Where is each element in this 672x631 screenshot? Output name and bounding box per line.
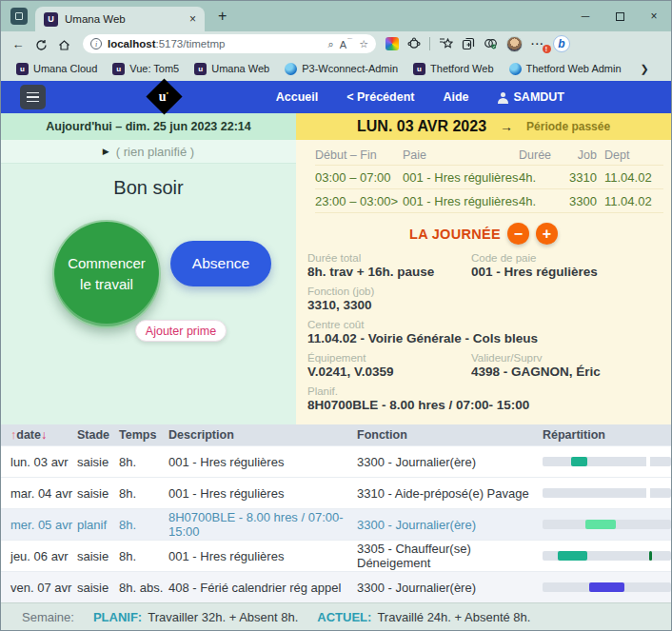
nav-link-aide[interactable]: Aide [443, 90, 468, 104]
browser-window: U Umana Web × + ─ × ← i localhost:5173/t… [0, 0, 672, 631]
minimize-button[interactable]: ─ [568, 1, 603, 31]
greeting-text: Bon soir [1, 177, 296, 199]
browser-tab[interactable]: U Umana Web × [35, 7, 205, 31]
shift-row[interactable]: 23:00 – 03:00> 001 - Hres régulières 4h.… [315, 189, 663, 213]
url-path: :5173/timetmp [155, 38, 225, 49]
week-summary-footer: Semaine: PLANIF: Travailler 32h. + Absen… [1, 602, 671, 630]
repartition-bar [543, 488, 671, 498]
new-tab-button[interactable]: + [214, 8, 230, 25]
column-header-temps: Temps [119, 428, 168, 442]
tab-title: Umana Web [65, 13, 187, 25]
globe-favicon-icon [285, 63, 297, 75]
day-section-title: LA JOURNÉE [409, 227, 501, 242]
settings-menu-icon[interactable]: ···! [531, 38, 544, 49]
umana-favicon-icon: u [194, 63, 207, 75]
start-work-button[interactable]: Commencerle travail [52, 220, 161, 328]
field-fonction: Fonction (job) 3310, 3300 [307, 286, 662, 312]
app-navbar: u Accueil < Précédent Aide SAMDUT [1, 81, 671, 113]
tab-favicon-icon: U [44, 12, 58, 27]
week-table: ↑date↓ Stade Temps Description Fonction … [1, 424, 671, 602]
today-date-strip: Aujourd'hui – dim. 25 jun 2023 22:14 [1, 113, 296, 140]
apps-grid-icon[interactable] [385, 37, 399, 50]
bookmark-item[interactable]: uUmana Cloud [10, 61, 103, 77]
favorites-icon[interactable] [439, 37, 453, 50]
plus-button[interactable]: + [536, 223, 558, 245]
copilot-bing-icon[interactable]: b [553, 35, 570, 52]
bookmarks-overflow-chevron-icon[interactable]: ❯ [635, 63, 655, 75]
bookmark-item[interactable]: uVue: Tom5 [107, 61, 185, 77]
field-planif: Planif. 8H0700BLE - 8.00 hres / 07:00- 1… [307, 385, 662, 412]
umana-logo: u [146, 78, 182, 114]
alert-badge: ! [543, 45, 551, 53]
day-header-strip: LUN. 03 AVR 2023 → Période passée [296, 113, 671, 140]
umana-favicon-icon: u [16, 63, 29, 75]
column-header-date[interactable]: ↑date↓ [10, 428, 77, 442]
menu-hamburger-icon[interactable] [20, 85, 46, 109]
field-duree-total: Durée total 8h. trav + 16h. pause [307, 252, 467, 279]
shift-row[interactable]: 03:00 – 07:00 001 - Hres régulières 4h. … [315, 166, 663, 189]
planif-value: Travailler 32h. + Absent 8h. [148, 610, 298, 624]
column-header-description: Description [168, 428, 357, 442]
nav-link-precedent[interactable]: < Précédent [346, 90, 414, 104]
field-code-paie: Code de paie 001 - Hres régulières [471, 252, 662, 279]
profile-avatar[interactable] [506, 36, 523, 52]
minus-button[interactable]: − [507, 223, 529, 245]
tab-close-icon[interactable]: × [187, 12, 199, 26]
column-header-fonction: Fonction [357, 428, 543, 442]
add-bonus-button[interactable]: Ajouter prime [135, 320, 227, 342]
table-row[interactable]: lun. 03 avr saisie 8h. 001 - Hres réguli… [1, 445, 671, 477]
planif-label: PLANIF: [93, 610, 142, 624]
collections-icon[interactable] [462, 37, 475, 50]
umana-favicon-icon: u [112, 63, 125, 75]
planned-expander[interactable]: ▶ ( rien planifié ) [1, 140, 296, 164]
expander-triangle-icon: ▶ [103, 147, 109, 156]
home-icon[interactable] [52, 36, 75, 50]
column-header-stade: Stade [77, 428, 119, 442]
maximize-button[interactable] [603, 1, 637, 31]
repartition-bar [543, 551, 671, 561]
favorite-star-icon[interactable]: ☆ [359, 38, 368, 50]
actuel-value: Travaillé 24h. + Absenté 8h. [377, 610, 530, 624]
back-icon[interactable]: ← [7, 37, 30, 51]
field-centre-cout: Centre coût 11.04.02 - Voirie Générale -… [307, 319, 662, 345]
field-equipement: Équipement V.0241, V.0359 [307, 352, 467, 379]
table-row[interactable]: mer. 05 avr planif 8h. 8H0700BLE - 8.00 … [1, 508, 671, 540]
umana-favicon-icon: u [413, 63, 425, 75]
globe-favicon-icon [509, 63, 522, 75]
field-valideur: Valideur/Suprv 4398 - GAGNON, Éric [471, 352, 662, 379]
tab-actions-icon[interactable] [10, 8, 28, 25]
nav-link-accueil[interactable]: Accueil [276, 90, 318, 104]
sort-down-icon: ↓ [41, 428, 47, 442]
browser-titlebar: U Umana Web × + ─ × [1, 1, 671, 31]
address-bar[interactable]: i localhost:5173/timetmp ⌕ A⌒ ☆ [83, 34, 376, 53]
url-text[interactable]: localhost:5173/timetmp [108, 38, 323, 49]
planned-text: ( rien planifié ) [116, 145, 194, 159]
column-header-repartition: Répartition [543, 428, 665, 442]
refresh-icon[interactable] [30, 36, 52, 50]
bookmark-item[interactable]: P3-Wconnect-Admin [279, 61, 404, 77]
absence-button[interactable]: Absence [170, 241, 271, 286]
repartition-bar [543, 457, 671, 466]
site-info-icon[interactable]: i [90, 38, 102, 49]
bookmarks-bar: uUmana Cloud uVue: Tom5 uUmana Web P3-Wc… [1, 56, 671, 81]
period-badge: Période passée [526, 120, 610, 133]
extensions-icon[interactable] [407, 37, 421, 50]
toolbar-divider [429, 37, 430, 50]
table-row[interactable]: ven. 07 avr saisie 8h. abs. 408 - Férié … [1, 571, 671, 602]
bookmark-item[interactable]: Thetford Web Admin [504, 61, 627, 77]
day-title: LUN. 03 AVR 2023 [357, 118, 486, 135]
table-row[interactable]: mar. 04 avr saisie 8h. 001 - Hres réguli… [1, 477, 671, 508]
search-icon[interactable]: ⌕ [328, 38, 334, 50]
table-row[interactable]: jeu. 06 avr saisie 8h. 001 - Hres réguli… [1, 540, 671, 571]
url-host: localhost [108, 38, 155, 49]
close-button[interactable]: × [637, 1, 671, 31]
user-menu[interactable]: SAMDUT [498, 90, 564, 104]
bookmark-item[interactable]: uUmana Web [188, 61, 275, 77]
repartition-bar [543, 520, 671, 529]
shift-table: Début – Fin Paie Durée Job Dept 03:00 – … [296, 140, 671, 213]
repartition-bar [543, 582, 671, 592]
browser-essentials-icon[interactable] [484, 37, 498, 50]
arrow-right-icon: → [500, 119, 513, 134]
read-aloud-icon[interactable]: A⌒ [340, 37, 353, 50]
bookmark-item[interactable]: uThetford Web [407, 61, 499, 77]
